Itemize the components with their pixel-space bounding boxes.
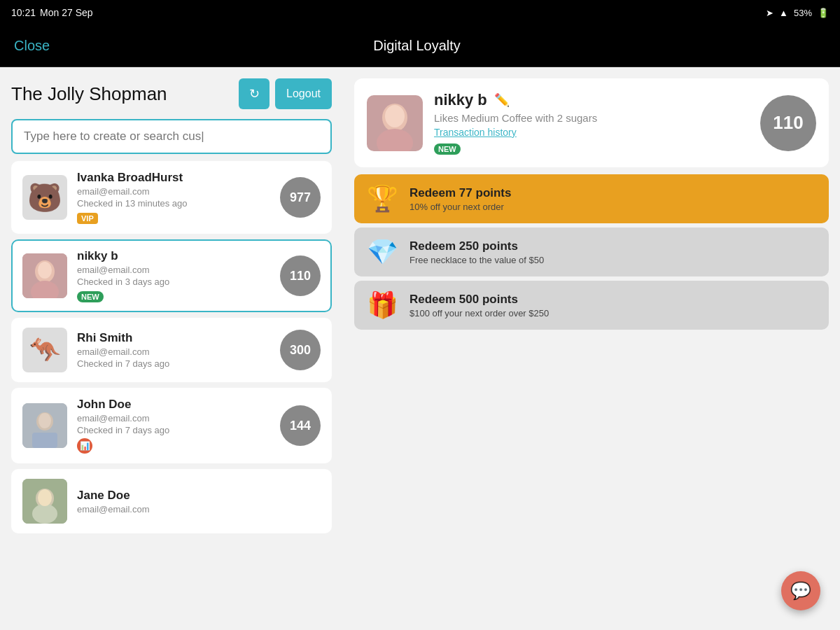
customer-name: nikky b [77,249,270,263]
shop-name: The Jolly Shopman [11,83,167,105]
new-badge: NEW [77,291,104,302]
reward-card-2[interactable]: 💎 Redeem 250 points Free necklace to the… [354,227,829,276]
reward-card-1[interactable]: 🏆 Redeem 77 points 10% off your next ord… [354,174,829,223]
points-circle: 300 [280,330,321,370]
wifi-icon: ▲ [779,8,788,18]
reward-title-1: Redeem 77 points [410,186,512,200]
detail-info: nikky b ✏️ Likes Medium Coffee with 2 su… [434,91,749,155]
chart-badge: 📊 [77,438,92,454]
reward-title-2: Redeem 250 points [410,239,544,253]
customer-info: John Doe email@email.com Checked in 7 da… [77,398,270,454]
new-badge: NEW [434,144,461,155]
customer-badge: VIP [77,211,270,224]
svg-rect-6 [32,433,57,448]
reward-text-3: Redeem 500 points $100 off your next ord… [410,293,549,318]
customer-checkin: Checked in 7 days ago [77,425,270,435]
reward-subtitle-1: 10% off your next order [410,202,512,212]
points-circle: 144 [280,405,321,446]
avatar-image [22,479,67,524]
vip-badge: VIP [77,213,98,224]
detail-customer-name: nikky b [434,91,487,109]
svg-point-7 [38,413,51,428]
customer-name: John Doe [77,398,270,412]
avatar-image [22,253,67,298]
avatar [22,253,67,298]
avatar: 🐻 [22,175,67,220]
search-input[interactable] [11,119,332,154]
transaction-history-link[interactable]: Transaction history [434,127,749,138]
shop-header: The Jolly Shopman ↻ Logout [11,78,332,109]
battery: 53% [794,8,812,18]
app-header: Close Digital Loyalty [0,25,840,67]
reward-subtitle-2: Free necklace to the value of $50 [410,255,544,265]
reward-title-3: Redeem 500 points [410,293,549,307]
customer-name: Jane Doe [77,489,321,503]
avatar [22,479,67,524]
customer-info: nikky b email@email.com Checked in 3 day… [77,249,270,302]
logout-button[interactable]: Logout [275,78,332,109]
trophy-icon: 🏆 [367,184,398,214]
customer-email: email@email.com [77,346,270,357]
list-item[interactable]: 🦘 Rhi Smith email@email.com Checked in 7… [11,318,332,382]
svg-point-3 [38,262,52,279]
detail-avatar-image [367,95,423,151]
status-left: 10:21 Mon 27 Sep [11,7,93,18]
customer-info: Rhi Smith email@email.com Checked in 7 d… [77,331,270,369]
list-item[interactable]: Jane Doe email@email.com [11,469,332,533]
header-buttons: ↻ Logout [239,78,332,109]
list-item[interactable]: John Doe email@email.com Checked in 7 da… [11,388,332,463]
customer-list: 🐻 Ivanka BroadHurst email@email.com Chec… [11,161,332,533]
edit-icon[interactable]: ✏️ [494,92,510,108]
customer-info: Ivanka BroadHurst email@email.com Checke… [77,171,270,224]
chat-fab-button[interactable]: 💬 [781,571,820,610]
points-circle: 110 [280,255,321,296]
avatar-emoji: 🦘 [29,335,61,365]
svg-point-10 [32,504,57,524]
rewards-section: 🏆 Redeem 77 points 10% off your next ord… [354,174,829,330]
battery-icon: 🔋 [818,8,829,18]
detail-preference: Likes Medium Coffee with 2 sugars [434,112,749,124]
main-area: The Jolly Shopman ↻ Logout 🐻 Ivanka Broa… [0,67,840,630]
customer-detail-card: nikky b ✏️ Likes Medium Coffee with 2 su… [354,78,829,167]
customer-badge: 📊 [77,438,270,454]
customer-name: Rhi Smith [77,331,270,345]
diamond-icon: 💎 [367,237,398,267]
status-bar: 10:21 Mon 27 Sep ➤ ▲ 53% 🔋 [0,0,840,25]
avatar-emoji: 🐻 [27,181,62,214]
reward-subtitle-3: $100 off your next order over $250 [410,308,549,318]
status-right: ➤ ▲ 53% 🔋 [766,8,829,18]
time: 10:21 [11,7,36,18]
customer-checkin: Checked in 13 minutes ago [77,198,270,209]
refresh-button[interactable]: ↻ [239,78,270,109]
customer-email: email@email.com [77,186,270,197]
left-panel: The Jolly Shopman ↻ Logout 🐻 Ivanka Broa… [0,67,343,630]
customer-email: email@email.com [77,265,270,275]
reward-card-3[interactable]: 🎁 Redeem 500 points $100 off your next o… [354,281,829,330]
location-icon: ➤ [766,8,774,18]
customer-email: email@email.com [77,413,270,424]
right-panel: nikky b ✏️ Likes Medium Coffee with 2 su… [343,67,840,630]
list-item[interactable]: nikky b email@email.com Checked in 3 day… [11,239,332,312]
app-title: Digital Loyalty [373,38,461,54]
gift-icon: 🎁 [367,290,398,320]
chat-icon: 💬 [790,581,811,601]
list-item[interactable]: 🐻 Ivanka BroadHurst email@email.com Chec… [11,161,332,234]
svg-point-15 [385,105,405,127]
customer-checkin: Checked in 7 days ago [77,358,270,369]
customer-email: email@email.com [77,504,321,514]
close-button[interactable]: Close [14,38,50,54]
svg-point-11 [38,489,52,506]
detail-avatar [367,95,423,151]
avatar: 🦘 [22,328,67,372]
points-circle: 977 [280,177,321,218]
avatar [22,403,67,448]
customer-name: Ivanka BroadHurst [77,171,270,185]
reward-text-1: Redeem 77 points 10% off your next order [410,186,512,212]
date: Mon 27 Sep [40,7,93,18]
customer-info: Jane Doe email@email.com [77,489,321,514]
detail-points-circle: 110 [760,95,816,151]
avatar-image [22,403,67,448]
customer-checkin: Checked in 3 days ago [77,276,270,287]
detail-badge-row: NEW [434,142,749,155]
detail-name-row: nikky b ✏️ [434,91,749,109]
